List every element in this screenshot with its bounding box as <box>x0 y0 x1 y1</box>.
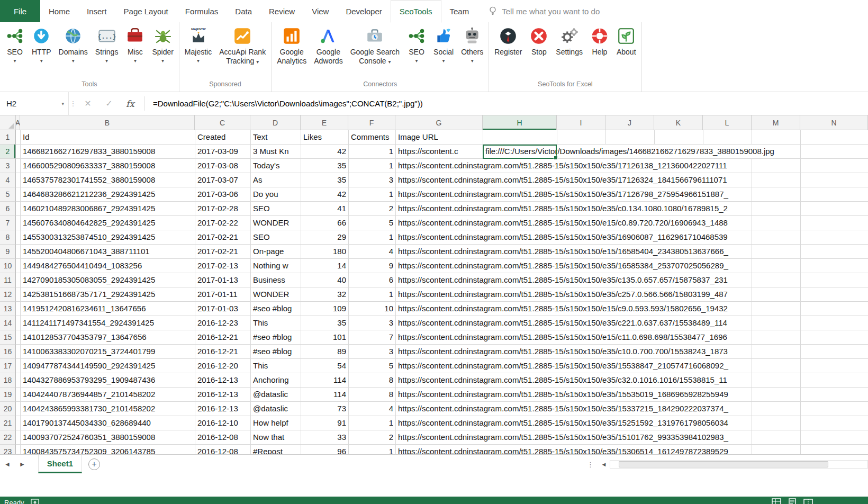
cell-F22[interactable]: 2 <box>349 430 396 445</box>
ribbon-tab-file[interactable]: File <box>0 0 40 22</box>
column-header-m[interactable]: M <box>752 115 800 130</box>
column-header-c[interactable]: C <box>195 115 250 130</box>
cell-C21[interactable]: 2016-12-10 <box>195 416 251 430</box>
cell-A8[interactable] <box>16 230 21 245</box>
cell-N3[interactable] <box>801 159 868 173</box>
ribbon-tab-data[interactable]: Data <box>227 0 260 22</box>
cell-M15[interactable] <box>752 330 801 345</box>
tell-me-box[interactable]: Tell me what you want to do <box>477 0 600 22</box>
cell-F4[interactable]: 3 <box>349 173 396 187</box>
cell-A7[interactable] <box>16 216 21 230</box>
cell-E9[interactable]: 180 <box>301 245 349 259</box>
cell-N2[interactable] <box>801 145 868 159</box>
cell-F1[interactable]: Comments <box>349 130 396 145</box>
cell-N9[interactable] <box>801 245 868 259</box>
cell-F16[interactable]: 3 <box>349 345 396 359</box>
cell-B12[interactable]: 1425381516687357171_2924391425 <box>21 287 195 302</box>
cell-F7[interactable]: 5 <box>349 216 396 230</box>
cell-N11[interactable] <box>801 273 868 287</box>
cell-N12[interactable] <box>801 287 868 302</box>
cell-E17[interactable]: 54 <box>301 359 349 373</box>
cell-A21[interactable] <box>16 416 21 430</box>
cell-B22[interactable]: 1400937072524760351_3880159008 <box>21 430 195 445</box>
cell-N22[interactable] <box>801 430 868 445</box>
row-header-1[interactable]: 1 <box>0 130 16 145</box>
row-header-11[interactable]: 11 <box>0 273 16 287</box>
cell-B23[interactable]: 1400843575734752309_3206143785 <box>21 445 195 454</box>
cell-L1[interactable] <box>703 130 752 145</box>
cell-A11[interactable] <box>16 273 21 287</box>
cell-C22[interactable]: 2016-12-08 <box>195 430 251 445</box>
cell-M18[interactable] <box>752 373 801 388</box>
cell-E14[interactable]: 35 <box>301 316 349 330</box>
cell-M5[interactable] <box>752 187 801 202</box>
cell-M6[interactable] <box>752 202 801 216</box>
cell-D3[interactable]: Today's <box>251 159 301 173</box>
cell-A20[interactable] <box>16 402 21 416</box>
cell-B10[interactable]: 1449484276504410494_1083256 <box>21 259 195 273</box>
ribbon-button-spider[interactable]: Spider▾ <box>148 23 177 64</box>
cell-M3[interactable] <box>752 159 801 173</box>
row-header-19[interactable]: 19 <box>0 388 16 402</box>
cell-B2[interactable]: 1466821662716297833_3880159008 <box>21 145 195 159</box>
sheet-nav-right-icon[interactable]: ► <box>15 461 30 468</box>
cell-M12[interactable] <box>752 287 801 302</box>
cell-D5[interactable]: Do you <box>251 187 301 202</box>
cell-B17[interactable]: 1409477874344149590_2924391425 <box>21 359 195 373</box>
ribbon-button-help[interactable]: Help <box>586 23 613 57</box>
cell-C12[interactable]: 2017-01-11 <box>195 287 251 302</box>
cell-D17[interactable]: This <box>251 359 301 373</box>
cell-G4[interactable]: https://scontent.cdninstagram.com/t51.28… <box>396 173 483 187</box>
cell-C17[interactable]: 2016-12-20 <box>195 359 251 373</box>
cell-N18[interactable] <box>801 373 868 388</box>
cell-F10[interactable]: 9 <box>349 259 396 273</box>
ribbon-button-seo[interactable]: SEO▾ <box>2 23 28 64</box>
cell-E2[interactable]: 42 <box>301 145 349 159</box>
cell-B4[interactable]: 1465375782301741552_3880159008 <box>21 173 195 187</box>
cell-C4[interactable]: 2017-03-07 <box>195 173 251 187</box>
cell-E1[interactable]: Likes <box>301 130 349 145</box>
cell-M22[interactable] <box>752 430 801 445</box>
cell-E8[interactable]: 29 <box>301 230 349 245</box>
confirm-entry-icon[interactable]: ✓ <box>98 98 120 109</box>
ribbon-button-settings[interactable]: Settings <box>552 23 586 57</box>
cell-A1[interactable] <box>16 130 21 145</box>
ribbon-tab-page-layout[interactable]: Page Layout <box>115 0 177 22</box>
select-all-corner[interactable] <box>0 115 16 130</box>
cell-G12[interactable]: https://scontent.cdninstagram.com/t51.28… <box>396 287 483 302</box>
cell-D22[interactable]: Now that <box>251 430 301 445</box>
cell-B20[interactable]: 1404243865993381730_2101458202 <box>21 402 195 416</box>
cell-C10[interactable]: 2017-02-13 <box>195 259 251 273</box>
cell-D2[interactable]: 3 Must Kn <box>251 145 301 159</box>
cell-E21[interactable]: 91 <box>301 416 349 430</box>
cell-B16[interactable]: 1410063383302070215_3724401799 <box>21 345 195 359</box>
cell-B11[interactable]: 1427090185305083055_2924391425 <box>21 273 195 287</box>
cell-N5[interactable] <box>801 187 868 202</box>
row-header-23[interactable]: 23 <box>0 445 16 454</box>
row-header-5[interactable]: 5 <box>0 187 16 202</box>
cell-C20[interactable]: 2016-12-13 <box>195 402 251 416</box>
cell-A16[interactable] <box>16 345 21 359</box>
cell-G2[interactable]: https://scontent.c <box>396 145 483 159</box>
cell-M8[interactable] <box>752 230 801 245</box>
cell-A12[interactable] <box>16 287 21 302</box>
insert-function-icon[interactable]: fx <box>120 98 141 109</box>
cell-M7[interactable] <box>752 216 801 230</box>
ribbon-tab-review[interactable]: Review <box>260 0 303 22</box>
cell-J1[interactable] <box>606 130 655 145</box>
cell-E6[interactable]: 41 <box>301 202 349 216</box>
cell-A19[interactable] <box>16 388 21 402</box>
cell-F21[interactable]: 1 <box>349 416 396 430</box>
cell-D6[interactable]: SEO <box>251 202 301 216</box>
cell-F3[interactable]: 1 <box>349 159 396 173</box>
cell-D11[interactable]: Business <box>251 273 301 287</box>
cell-D8[interactable]: SEO <box>251 230 301 245</box>
cell-B5[interactable]: 1464683286621212236_2924391425 <box>21 187 195 202</box>
cell-M20[interactable] <box>752 402 801 416</box>
ribbon-button-seo[interactable]: SEO▾ <box>403 23 430 64</box>
column-header-l[interactable]: L <box>703 115 752 130</box>
column-header-g[interactable]: G <box>395 115 483 130</box>
cell-F8[interactable]: 1 <box>349 230 396 245</box>
cell-E4[interactable]: 35 <box>301 173 349 187</box>
cell-E11[interactable]: 40 <box>301 273 349 287</box>
